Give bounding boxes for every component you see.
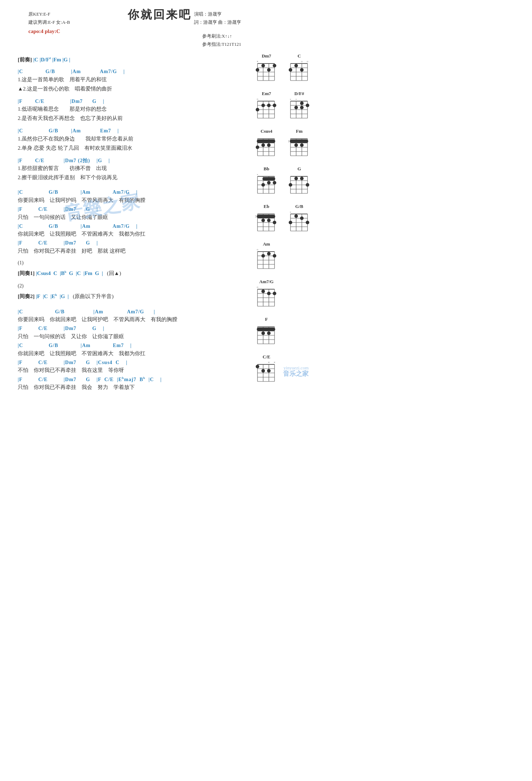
- svg-point-96: [273, 181, 276, 185]
- lyric-4b: 2.擦干眼泪彼此挥手道别 和下个你说再见: [18, 173, 241, 182]
- section-2: |F C/E |Dm7 G | 1.低语呢喃着思念 那是对你的想念 2.是否有天…: [18, 98, 241, 123]
- svg-point-137: [289, 221, 292, 224]
- svg-point-68: [261, 143, 265, 147]
- lyric-3b: 2.单身 恋爱 失恋 轮了几回 有时欢笑里面藏泪水: [18, 144, 241, 152]
- chorus2-lyric1: 你要回来吗 你就回来吧 让我呵护吧 不管风雨再大 有我的胸膛: [18, 315, 241, 324]
- chord-row-5: Eb 3 G/: [250, 204, 316, 235]
- svg-text:○: ○: [257, 248, 259, 251]
- svg-point-54: [294, 106, 298, 109]
- chord-name-am7g: Am7/G: [252, 279, 281, 285]
- chorus-2: |C G/B |Am Am7/G | 你要回来吗 你就回来吧 让我呵护吧 不管风…: [18, 308, 241, 392]
- chorus2-lyric5: 只怕 你对我已不再牵挂 我会 努力 学着放下: [18, 383, 241, 391]
- interlude2-text: [间奏2] |F |C |Eb |G | (原曲以下升半音): [18, 292, 241, 301]
- chorus-1: |C G/B |Am Am7/G | 你要回来吗 让我呵护吗 不管风雨再大 有我…: [18, 189, 241, 255]
- svg-text:1: 1: [288, 140, 289, 143]
- chord-svg-csus4: [254, 135, 279, 158]
- chord-box-ce: C/E × ×: [252, 354, 281, 385]
- chord-name-bb: Bb: [252, 166, 281, 172]
- lyric-2b: 2.是否有天我也不再想念 也忘了美好的从前: [18, 114, 241, 122]
- chord-row-6: Am ○: [250, 241, 316, 273]
- chord-line-4: |F C/E |Dm7 (2拍) |G |: [18, 157, 241, 164]
- chord-box-fm: Fm 1: [285, 128, 314, 160]
- svg-point-150: [273, 254, 276, 258]
- chorus1-lyric4: 只怕 你对我已不再牵挂 好吧 那就 这样吧: [18, 247, 241, 255]
- chorus2-chord5: |F C/E |Dm7 G |F C/E |Ebmaj7 Bb |C |: [18, 376, 241, 383]
- interlude2-chords: |F |C |Eb |G |: [36, 293, 69, 299]
- chorus1-lyric3: 你就回来吧 让我照顾吧 不管困难再大 我都为你扛: [18, 230, 241, 238]
- svg-point-69: [267, 143, 271, 147]
- chord-box-dm7: Dm7: [252, 53, 281, 84]
- svg-point-12: [273, 64, 276, 67]
- chord-name-fm: Fm: [285, 128, 314, 134]
- chord-name-g: G: [285, 166, 314, 172]
- svg-point-40: [256, 108, 259, 111]
- section-4: |F C/E |Dm7 (2拍) |G | 1.那些甜蜜的誓言 彷彿不曾 出现 …: [18, 157, 241, 182]
- chord-box-bb: Bb ×: [252, 166, 281, 197]
- num-label-2: (2): [18, 283, 241, 289]
- chord-box-em7: Em7 ○: [252, 91, 281, 122]
- svg-point-94: [261, 183, 265, 187]
- svg-point-25: [289, 68, 292, 72]
- lyric-4a: 1.那些甜蜜的誓言 彷彿不曾 出现: [18, 164, 241, 172]
- chord-svg-fm: 1: [287, 135, 312, 158]
- svg-point-187: [256, 365, 259, 368]
- chorus2-chord3: |C G/B |Am Em7 |: [18, 342, 241, 349]
- svg-rect-119: [257, 215, 275, 218]
- chorus2-lyric2: 只怕 一句问候的话 又让你 让你滋了眼眶: [18, 332, 241, 341]
- svg-point-27: [300, 68, 304, 72]
- chord-row-7: Am7/G ○: [250, 279, 316, 310]
- svg-point-9: [256, 68, 259, 72]
- chord-name-em7: Em7: [252, 91, 281, 97]
- chord-box-gb: G/B ×: [285, 204, 314, 235]
- svg-point-189: [267, 369, 271, 373]
- svg-point-135: [300, 216, 304, 220]
- chord-box-placeholder: [285, 241, 314, 273]
- chord-svg-am: ○: [254, 248, 279, 271]
- svg-text:×: ×: [274, 361, 276, 364]
- finger-info: 参考指法:T121T121: [202, 40, 242, 48]
- chorus1-chord4: |F C/E |Dm7 G |: [18, 240, 241, 247]
- chord-box-g: G: [285, 166, 314, 197]
- chord-box-f: F: [252, 317, 281, 348]
- chord-box-csus4: Csus4: [252, 128, 281, 160]
- svg-point-95: [267, 181, 271, 185]
- svg-text:×: ×: [257, 60, 259, 63]
- chord-svg-gb: ×: [287, 210, 312, 233]
- svg-point-122: [273, 221, 276, 224]
- chord-row-4: Bb × G: [250, 166, 316, 197]
- svg-point-175: [267, 331, 271, 335]
- svg-text:○: ○: [257, 98, 259, 101]
- capo-info: capo:4 play:C: [28, 27, 70, 36]
- svg-point-149: [267, 252, 271, 255]
- interlude-1-section: (1) [间奏1] |Csus4 C |Bb G |C |Fm G | (回▲): [18, 260, 241, 278]
- svg-point-120: [261, 219, 265, 222]
- singer-info: 演唱：游晟亨: [194, 10, 241, 18]
- svg-rect-79: [290, 139, 308, 143]
- lyric-1b: ▲2.这是一首伤心的歌 唱着爱情的曲折: [18, 84, 241, 93]
- svg-point-108: [300, 177, 304, 180]
- svg-point-81: [300, 143, 304, 147]
- svg-point-26: [294, 64, 298, 67]
- svg-point-55: [300, 106, 304, 109]
- meta-left: 原KEY:E-F 建议男调:E-F 女:A-B capo:4 play:C: [28, 10, 70, 36]
- chord-name-gb: G/B: [285, 204, 314, 209]
- suggest-info: 建议男调:E-F 女:A-B: [28, 18, 70, 26]
- chord-line-1: |C G/B |Am Am7/G |: [18, 68, 241, 75]
- section-3: |C G/B |Am Em7 | 1.虽然你已不在我的身边 我却常常怀念着从前 …: [18, 127, 241, 152]
- svg-text:×: ×: [268, 361, 270, 364]
- chord-name-ce: C/E: [252, 354, 281, 360]
- chorus1-chord3: |C G/B |Am Am7/G |: [18, 223, 241, 230]
- interlude1-bracket: [间奏1]: [18, 270, 36, 276]
- chord-box-eb: Eb 3: [252, 204, 281, 235]
- svg-point-162: [267, 292, 271, 295]
- section-1: |C G/B |Am Am7/G | 1.这是一首简单的歌 用着平凡的和弦 ▲2…: [18, 68, 241, 93]
- svg-text:3: 3: [255, 215, 256, 218]
- svg-point-56: [306, 104, 309, 107]
- page: 你就回来吧 原KEY:E-F 建议男调:E-F 女:A-B capo:4 pla…: [0, 0, 319, 399]
- main-content: [前奏] |C |D/F# |Fm |G | |C G/B |Am Am7/G …: [7, 56, 241, 391]
- svg-rect-66: [257, 139, 275, 143]
- svg-point-67: [256, 145, 259, 149]
- chorus2-chord4: |F C/E |Dm7 G |Csus4 C |: [18, 359, 241, 366]
- chord-row-3: Csus4: [250, 128, 316, 160]
- lyricist-info: 詞：游晟亨 曲：游晟亨: [194, 18, 241, 26]
